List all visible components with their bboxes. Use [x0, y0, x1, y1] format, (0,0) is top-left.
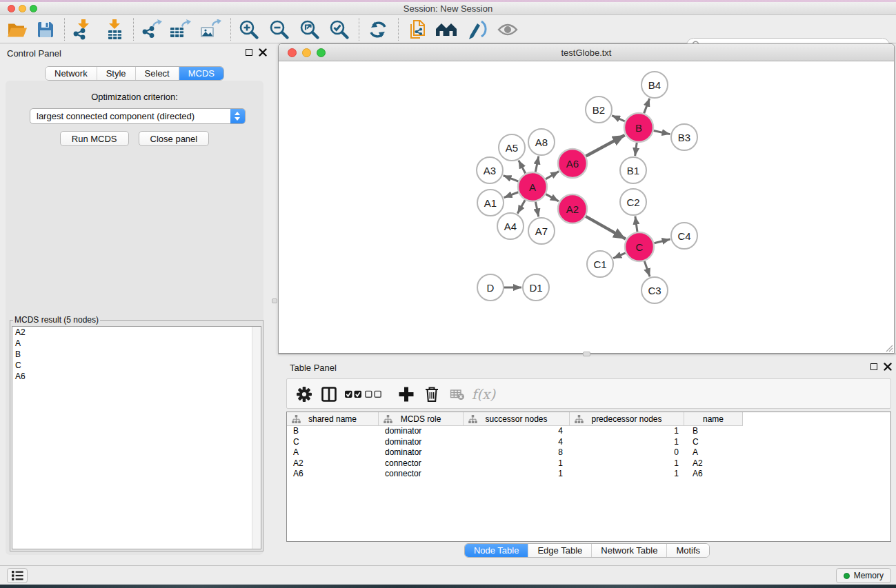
table-cell[interactable]: A — [684, 447, 743, 458]
table-cell[interactable]: A2 — [287, 458, 379, 469]
edge-A6-B[interactable] — [586, 135, 624, 156]
float-panel-icon[interactable] — [246, 49, 252, 56]
function-builder-button[interactable]: f(x) — [472, 387, 495, 401]
hide-graphics-details-button[interactable] — [466, 20, 487, 39]
float-table-panel-icon[interactable] — [870, 363, 877, 370]
edge-C-C1[interactable] — [613, 253, 626, 258]
show-column-button[interactable] — [321, 387, 337, 403]
table-cell[interactable]: dominator — [379, 437, 464, 448]
horizontal-divider-grip[interactable] — [583, 352, 590, 356]
delete-columns-button[interactable] — [424, 386, 439, 403]
import-table-button[interactable] — [104, 19, 125, 40]
table-cell[interactable]: 8 — [464, 447, 570, 458]
mcds-result-list[interactable]: A2ABCA6 — [12, 326, 261, 549]
table-cell[interactable]: B — [684, 426, 743, 437]
table-row[interactable]: Adominator80A — [287, 447, 890, 458]
run-mcds-button[interactable]: Run MCDS — [60, 131, 129, 146]
edge-A-A6[interactable] — [546, 172, 559, 179]
table-cell[interactable]: dominator — [379, 426, 464, 437]
zoom-selected-button[interactable] — [329, 19, 350, 40]
result-item[interactable]: A — [12, 338, 261, 349]
edge-C-C2[interactable] — [635, 216, 637, 232]
show-hide-panel-button[interactable] — [497, 22, 518, 37]
edge-C-C3[interactable] — [644, 261, 650, 276]
zoom-in-button[interactable] — [239, 19, 259, 40]
table-cell[interactable]: 4 — [464, 426, 570, 437]
edge-A-A4[interactable] — [517, 200, 525, 214]
vertical-divider-grip[interactable] — [272, 298, 277, 303]
column-header-successor-nodes[interactable]: successor nodes — [464, 412, 570, 426]
tab-mcds[interactable]: MCDS — [179, 67, 223, 80]
window-resize-grip[interactable] — [884, 343, 893, 352]
edge-A-A3[interactable] — [504, 176, 519, 181]
table-cell[interactable]: A — [287, 447, 379, 458]
table-tab-node-table[interactable]: Node Table — [465, 544, 528, 557]
deselect-all-rows-button[interactable] — [365, 391, 381, 398]
table-tab-network-table[interactable]: Network Table — [591, 544, 666, 557]
table-row[interactable]: A2connector11A2 — [287, 458, 890, 469]
result-item[interactable]: A2 — [12, 327, 261, 338]
edge-B-B3[interactable] — [654, 131, 670, 134]
table-cell[interactable]: 1 — [570, 426, 684, 437]
edge-A-A1[interactable] — [504, 192, 519, 198]
edge-A-A5[interactable] — [519, 161, 526, 174]
save-session-button[interactable] — [37, 21, 54, 39]
table-cell[interactable]: dominator — [379, 447, 464, 458]
table-cell[interactable]: 4 — [464, 437, 570, 448]
result-item[interactable]: C — [12, 360, 261, 371]
criterion-select[interactable]: largest connected component (directed) — [30, 108, 246, 124]
zoom-out-button[interactable] — [269, 19, 290, 40]
select-all-rows-button[interactable] — [345, 391, 361, 398]
table-row[interactable]: Cdominator41C — [287, 437, 890, 448]
destroy-table-button[interactable] — [450, 389, 465, 401]
table-cell[interactable]: A6 — [684, 469, 743, 480]
tab-style[interactable]: Style — [97, 67, 135, 80]
table-row[interactable]: A6connector11A6 — [287, 469, 890, 480]
table-cell[interactable]: C — [287, 437, 379, 448]
column-header-predecessor-nodes[interactable]: predecessor nodes — [570, 412, 684, 426]
table-cell[interactable]: C — [684, 437, 743, 448]
edge-A-A2[interactable] — [546, 194, 559, 201]
table-cell[interactable]: 0 — [570, 447, 684, 458]
column-header-shared-name[interactable]: shared name — [287, 412, 379, 426]
open-session-button[interactable] — [7, 21, 28, 39]
edge-A2-C[interactable] — [586, 216, 626, 239]
table-tab-motifs[interactable]: Motifs — [666, 544, 709, 557]
tab-network[interactable]: Network — [46, 67, 97, 80]
edge-A-A8[interactable] — [535, 156, 539, 172]
table-cell[interactable]: 1 — [464, 469, 570, 480]
show-panels-button[interactable] — [7, 568, 28, 583]
table-cell[interactable]: 1 — [570, 469, 684, 480]
apply-layout-button[interactable] — [368, 20, 388, 39]
edge-A-A7[interactable] — [535, 202, 538, 217]
table-cell[interactable]: 1 — [570, 437, 684, 448]
table-settings-button[interactable] — [296, 386, 312, 403]
clone-network-button[interactable] — [408, 19, 427, 40]
browser-home-button[interactable] — [435, 21, 457, 39]
table-cell[interactable]: A2 — [684, 458, 743, 469]
close-panel-icon[interactable] — [259, 48, 267, 57]
tab-select[interactable]: Select — [135, 67, 179, 80]
export-network-button[interactable] — [141, 19, 162, 40]
edge-B-B2[interactable] — [612, 116, 625, 121]
result-item[interactable]: A6 — [12, 371, 261, 382]
table-cell[interactable]: connector — [379, 458, 464, 469]
edge-B-B4[interactable] — [644, 99, 650, 114]
table-cell[interactable]: connector — [379, 469, 464, 480]
table-cell[interactable]: 1 — [464, 458, 570, 469]
column-header-name[interactable]: name — [684, 412, 743, 426]
table-cell[interactable]: B — [287, 426, 379, 437]
scrollbar-track[interactable] — [252, 327, 261, 549]
memory-button[interactable]: Memory — [836, 568, 891, 583]
fit-content-button[interactable] — [299, 19, 320, 40]
add-column-button[interactable] — [399, 387, 415, 403]
export-table-button[interactable] — [169, 19, 191, 40]
import-network-button[interactable] — [72, 19, 93, 40]
result-item[interactable]: B — [12, 349, 261, 360]
edge-B-B1[interactable] — [635, 143, 637, 156]
network-canvas[interactable]: B4B2BB3A5A8A6B1A3AA1C2A2A4A7C4CC1C3DD1 — [279, 61, 894, 353]
network-window-titlebar[interactable]: testGlobe.txt — [279, 44, 894, 61]
table-row[interactable]: Bdominator41B — [287, 426, 890, 437]
close-panel-button[interactable]: Close panel — [139, 131, 210, 146]
export-image-button[interactable] — [199, 19, 221, 40]
